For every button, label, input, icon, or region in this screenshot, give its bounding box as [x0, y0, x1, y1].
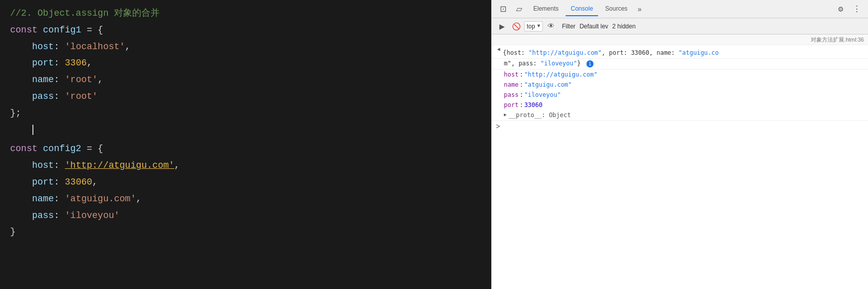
prop-name: name : "atguigu.com" — [492, 80, 868, 90]
more-tabs-button[interactable]: » — [635, 3, 645, 15]
console-prompt[interactable]: > — [492, 120, 868, 133]
tab-console[interactable]: Console — [566, 2, 598, 16]
console-object-text2: m", pass: "iloveyou"} i — [492, 59, 868, 69]
context-select-arrow: ▼ — [537, 23, 540, 29]
prop-key-port: port — [504, 100, 519, 110]
eye-icon[interactable]: 👁 — [545, 20, 557, 32]
prop-port: port : 33060 — [492, 100, 868, 110]
prop-val-port: 33060 — [524, 100, 542, 110]
proto-label: __proto__: Object — [508, 111, 571, 120]
settings-icon[interactable]: ⚙ — [834, 2, 848, 16]
code-line: //2. Object.assign 对象的合并 — [0, 5, 491, 22]
context-select-label: top — [527, 23, 535, 30]
code-line: } — [0, 224, 491, 240]
expand-arrow-icon[interactable]: ▼ — [496, 48, 503, 55]
devtools-panel: ⊡ ▱ Elements Console Sources » ⚙ ⋮ ▶ 🚫 t… — [491, 0, 868, 289]
prompt-arrow-icon: > — [496, 123, 500, 131]
hidden-label: 2 hidden — [612, 23, 636, 30]
device-icon[interactable]: ▱ — [512, 2, 526, 16]
prop-host: host : "http://atguigu.com" — [492, 69, 868, 80]
console-toolbar: ▶ 🚫 top ▼ 👁 Filter Default lev 2 hidden — [492, 18, 868, 34]
console-object-text: {host: "http://atguigu.com", port: 33060… — [503, 48, 864, 57]
code-line: port: 33060, — [0, 174, 491, 191]
level-label: Default lev — [579, 23, 608, 30]
code-line: name: 'atguigu.com', — [0, 191, 491, 207]
tab-elements[interactable]: Elements — [528, 2, 564, 16]
console-object-entry[interactable]: ▼ {host: "http://atguigu.com", port: 330… — [492, 47, 868, 59]
devtools-toolbar: ⊡ ▱ Elements Console Sources » ⚙ ⋮ — [492, 0, 868, 18]
devtools-menu-icon[interactable]: ⋮ — [850, 2, 864, 16]
code-line: host: 'http://atguigu.com', — [0, 157, 491, 174]
proto-arrow-icon: ▶ — [504, 112, 506, 119]
inspect-icon[interactable]: ⊡ — [496, 2, 510, 16]
code-line: name: 'root', — [0, 71, 491, 88]
filter-label: Filter — [562, 23, 576, 30]
stop-icon[interactable]: 🚫 — [510, 20, 522, 32]
prop-val-host: "http://atguigu.com" — [524, 70, 598, 79]
prop-val-pass: "iloveyou" — [524, 90, 561, 99]
file-reference: 对象方法扩展.html:36 — [492, 34, 868, 45]
console-output: ▼ {host: "http://atguigu.com", port: 330… — [492, 45, 868, 289]
code-line: pass: 'root' — [0, 88, 491, 105]
prop-key-pass: pass — [504, 90, 519, 99]
proto-row[interactable]: ▶ __proto__: Object — [492, 110, 868, 120]
code-line: port: 3306, — [0, 55, 491, 71]
code-line: const config2 = { — [0, 140, 491, 157]
play-icon[interactable]: ▶ — [496, 20, 508, 32]
info-icon[interactable]: i — [586, 60, 594, 67]
console-text-continuation: m", pass: "iloveyou"} i — [504, 59, 864, 68]
prop-key-name: name — [504, 80, 519, 89]
code-line — [0, 124, 491, 141]
prop-val-name: "atguigu.com" — [524, 80, 572, 89]
code-editor: //2. Object.assign 对象的合并const config1 = … — [0, 0, 491, 289]
code-line: pass: 'iloveyou' — [0, 207, 491, 224]
context-select[interactable]: top ▼ — [524, 21, 543, 31]
code-line: host: 'localhost', — [0, 39, 491, 55]
code-line: const config1 = { — [0, 22, 491, 39]
prop-pass: pass : "iloveyou" — [492, 90, 868, 100]
tab-sources[interactable]: Sources — [600, 2, 633, 16]
code-line: }; — [0, 105, 491, 122]
prop-key-host: host — [504, 70, 519, 79]
